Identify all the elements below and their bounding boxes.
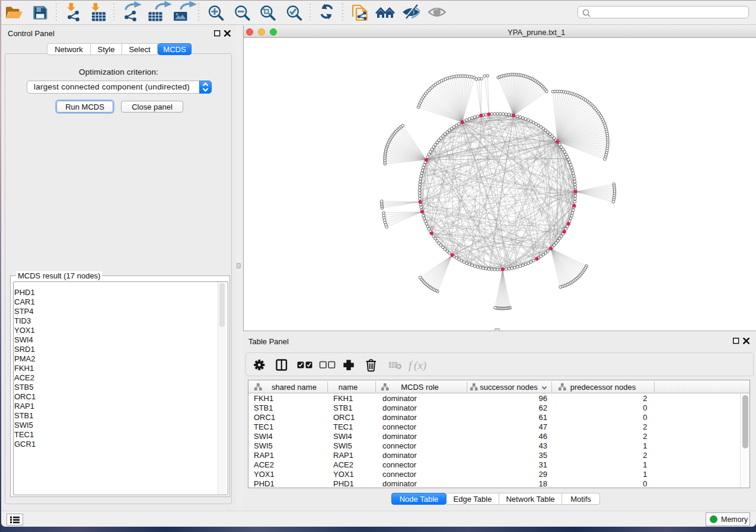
svg-text:f (x): f (x) xyxy=(409,359,426,372)
